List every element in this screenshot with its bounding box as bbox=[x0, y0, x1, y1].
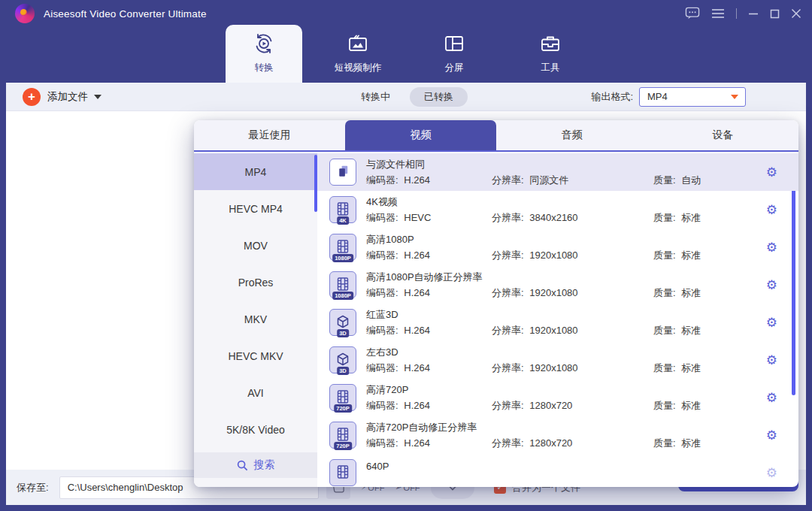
format-badge: 720P bbox=[334, 404, 352, 413]
format-row[interactable]: 720P 高清720P自动修正分辨率 编码器: H.264 分辨率: 1280x… bbox=[317, 416, 798, 454]
resolution-value: 1920x1080 bbox=[527, 249, 578, 261]
sidebar-item-mp4[interactable]: MP4 bbox=[194, 153, 317, 190]
format-row[interactable]: 640P ⚙ bbox=[317, 454, 798, 487]
format-row[interactable]: 1080P 高清1080P自动修正分辨率 编码器: H.264 分辨率: 192… bbox=[317, 266, 798, 304]
quality-label: 质量: bbox=[653, 249, 676, 261]
sidebar-item-5k8k[interactable]: 5K/8K Video bbox=[194, 411, 317, 448]
resolution-label: 分辨率: bbox=[492, 174, 524, 186]
encoder-value: H.264 bbox=[401, 437, 430, 449]
quality-label: 质量: bbox=[653, 362, 676, 373]
settings-gear-icon[interactable]: ⚙ bbox=[766, 166, 777, 179]
app-title: Aiseesoft Video Converter Ultimate bbox=[44, 8, 207, 20]
minimize-icon[interactable] bbox=[748, 8, 759, 19]
format-sidebar: MP4HEVC MP4MOVProResMKVHEVC MKVAVI5K/8K … bbox=[194, 153, 317, 487]
encoder-label: 编码器: bbox=[366, 437, 398, 449]
format-row[interactable]: 1080P 高清1080P 编码器: H.264 分辨率: 1920x1080 … bbox=[317, 228, 798, 266]
quality-value: 标准 bbox=[679, 325, 701, 336]
settings-gear-icon[interactable]: ⚙ bbox=[766, 467, 777, 479]
nav-tab-short-video[interactable]: 短视频制作 bbox=[310, 25, 406, 83]
resolution-label: 分辨率: bbox=[492, 249, 524, 261]
nav-tab-convert[interactable]: 转换 bbox=[226, 25, 302, 83]
settings-gear-icon[interactable]: ⚙ bbox=[766, 279, 777, 292]
encoder-label: 编码器: bbox=[366, 174, 398, 186]
menu-icon[interactable] bbox=[711, 8, 725, 19]
encoder-label: 编码器: bbox=[366, 249, 398, 261]
select-caret-icon bbox=[731, 95, 738, 99]
sidebar-item-prores[interactable]: ProRes bbox=[194, 264, 317, 301]
encoder-value: H.264 bbox=[401, 287, 430, 298]
filter-converting[interactable]: 转换中 bbox=[361, 90, 390, 104]
format-row[interactable]: 与源文件相同 编码器: H.264 分辨率: 同源文件 质量: 自动 ⚙ bbox=[317, 153, 798, 191]
film-format-icon bbox=[329, 459, 356, 486]
output-format-select[interactable]: MP4 bbox=[639, 87, 746, 107]
resolution-label: 分辨率: bbox=[492, 400, 524, 411]
format-badge: 3D bbox=[337, 329, 349, 337]
format-tab-device[interactable]: 设备 bbox=[647, 120, 798, 150]
encoder-label: 编码器: bbox=[366, 362, 398, 373]
film-format-icon: 1080P bbox=[329, 234, 356, 261]
sidebar-item-mov[interactable]: MOV bbox=[194, 227, 317, 264]
film-format-icon: 720P bbox=[329, 384, 356, 411]
add-files-plus-icon[interactable]: + bbox=[23, 88, 41, 106]
settings-gear-icon[interactable]: ⚙ bbox=[766, 392, 777, 404]
format-row[interactable]: 3D 红蓝3D 编码器: H.264 分辨率: 1920x1080 质量: 标准… bbox=[317, 304, 798, 341]
format-tab-video[interactable]: 视频 bbox=[345, 120, 496, 150]
close-icon[interactable] bbox=[791, 8, 801, 19]
format-tab-audio[interactable]: 音频 bbox=[496, 120, 647, 150]
format-panel: 最近使用视频音频设备 MP4HEVC MP4MOVProResMKVHEVC M… bbox=[194, 120, 798, 487]
filter-converted[interactable]: 已转换 bbox=[410, 87, 468, 107]
encoder-value: H.264 bbox=[401, 249, 430, 261]
sidebar-item-avi[interactable]: AVI bbox=[194, 374, 317, 411]
quality-value: 标准 bbox=[679, 437, 701, 449]
format-tab-recent[interactable]: 最近使用 bbox=[194, 120, 345, 150]
resolution-label: 分辨率: bbox=[492, 212, 524, 223]
quality-value: 标准 bbox=[679, 400, 701, 411]
format-row[interactable]: 720P 高清720P 编码器: H.264 分辨率: 1280x720 质量:… bbox=[317, 379, 798, 416]
add-files-button[interactable]: 添加文件 bbox=[47, 90, 88, 104]
tv-icon bbox=[347, 33, 368, 56]
film-format-icon: 720P bbox=[329, 422, 356, 449]
settings-gear-icon[interactable]: ⚙ bbox=[766, 316, 777, 329]
encoder-value: H.264 bbox=[401, 362, 430, 373]
quality-label: 质量: bbox=[653, 325, 676, 336]
search-icon bbox=[237, 460, 248, 471]
format-row[interactable]: 4K 4K视频 编码器: HEVC 分辨率: 3840x2160 质量: 标准 … bbox=[317, 191, 798, 228]
save-to-label: 保存至: bbox=[17, 481, 49, 494]
film-format-icon: 4K bbox=[329, 196, 356, 223]
encoder-value: H.264 bbox=[401, 400, 430, 411]
settings-gear-icon[interactable]: ⚙ bbox=[766, 429, 777, 442]
format-title: 高清1080P bbox=[366, 233, 798, 246]
film-format-icon: 1080P bbox=[329, 271, 356, 298]
nav-tab-split-screen[interactable]: 分屏 bbox=[406, 25, 502, 83]
toolbar: + 添加文件 转换中 已转换 输出格式: MP4 bbox=[6, 83, 806, 111]
output-format-label: 输出格式: bbox=[591, 90, 633, 104]
sidebar-item-mkv[interactable]: MKV bbox=[194, 301, 317, 337]
nav-tab-toolbox[interactable]: 工具 bbox=[502, 25, 598, 83]
titlebar: Aiseesoft Video Converter Ultimate bbox=[0, 0, 812, 27]
encoder-value: H.264 bbox=[401, 325, 430, 336]
add-files-caret-icon[interactable] bbox=[94, 95, 102, 99]
quality-label: 质量: bbox=[653, 287, 676, 298]
resolution-value: 同源文件 bbox=[527, 174, 569, 186]
encoder-label: 编码器: bbox=[366, 325, 398, 336]
resolution-value: 1920x1080 bbox=[527, 325, 578, 336]
format-badge: 4K bbox=[337, 216, 349, 225]
settings-gear-icon[interactable]: ⚙ bbox=[766, 204, 777, 216]
format-badge: 3D bbox=[337, 367, 349, 375]
settings-gear-icon[interactable]: ⚙ bbox=[766, 241, 777, 254]
titlebar-separator bbox=[736, 8, 737, 19]
search-button[interactable]: 搜索 bbox=[194, 452, 317, 478]
resolution-value: 1920x1080 bbox=[527, 287, 578, 298]
feedback-icon[interactable] bbox=[685, 7, 700, 20]
maximize-icon[interactable] bbox=[770, 9, 780, 19]
settings-gear-icon[interactable]: ⚙ bbox=[766, 354, 777, 367]
sidebar-item-hevc-mp4[interactable]: HEVC MP4 bbox=[194, 190, 317, 227]
quality-value: 标准 bbox=[679, 287, 701, 298]
format-row[interactable]: 3D 左右3D 编码器: H.264 分辨率: 1920x1080 质量: 标准… bbox=[317, 341, 798, 379]
quality-label: 质量: bbox=[653, 212, 676, 223]
quality-value: 标准 bbox=[679, 362, 701, 373]
cube-format-icon: 3D bbox=[329, 346, 356, 373]
resolution-label: 分辨率: bbox=[492, 437, 524, 449]
sidebar-item-hevc-mkv[interactable]: HEVC MKV bbox=[194, 337, 317, 374]
format-panel-tabs: 最近使用视频音频设备 bbox=[194, 120, 798, 152]
